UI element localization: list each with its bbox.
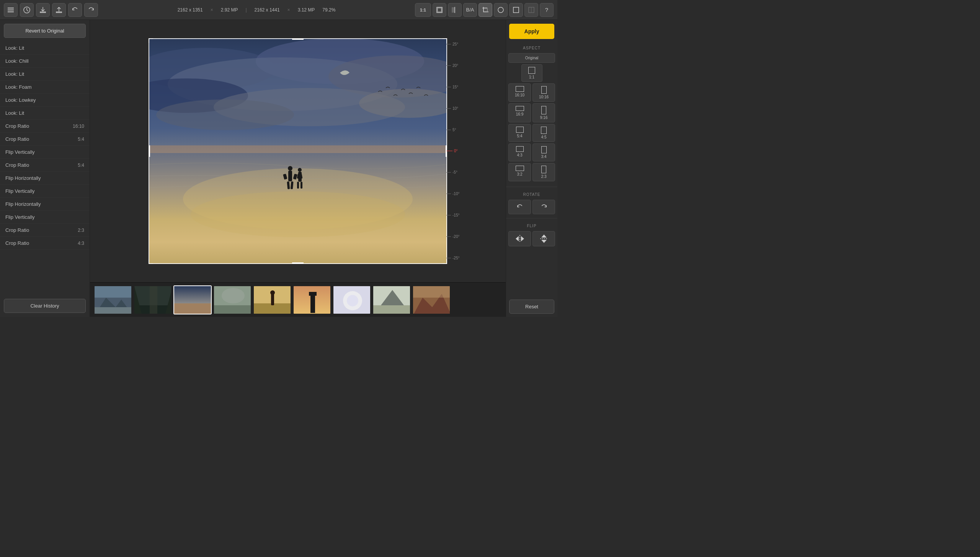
clear-history-button[interactable]: Clear History [4, 299, 86, 313]
history-item-11[interactable]: Flip Vertically [0, 185, 90, 198]
help-button[interactable]: ? [540, 3, 554, 17]
filmstrip-thumb-8[interactable] [372, 285, 411, 314]
svg-point-27 [288, 166, 292, 171]
aspect-3-4-button[interactable]: 3:4 [532, 143, 555, 161]
rotate-cw-button[interactable] [532, 200, 555, 214]
aspect-9-16-label: 9:16 [540, 116, 547, 120]
aspect-5-4-button[interactable]: 5:4 [508, 124, 531, 142]
history-item-12[interactable]: Flip Horizontally [0, 198, 90, 211]
ruler-label-neg25: -25° [452, 256, 459, 260]
svg-rect-28 [288, 171, 292, 181]
toolbar: 2162 x 1351 × 2.92 MP | 2162 x 1441 × 3.… [0, 0, 557, 20]
image-info: 2162 x 1351 × 2.92 MP | 2162 x 1441 × 3.… [100, 7, 413, 13]
svg-rect-41 [95, 307, 132, 314]
history-item-label-10: Flip Horizontally [5, 175, 41, 181]
history-item-label-5: Look: Lit [5, 110, 24, 116]
ruler-tick-neg5: -5° [446, 170, 466, 174]
filmstrip-thumb-6[interactable] [293, 285, 331, 314]
rotate-title: ROTATE [508, 192, 555, 197]
compare-button[interactable] [448, 3, 462, 17]
history-item-13[interactable]: Flip Vertically [0, 211, 90, 224]
aspect-1-1-button[interactable]: 1:1 [521, 64, 542, 82]
main-image-container[interactable] [149, 38, 447, 264]
history-item-4[interactable]: Look: Lowkey [0, 94, 90, 107]
svg-marker-74 [541, 240, 547, 243]
share-button[interactable] [52, 3, 66, 17]
history-panel: Revert to Original Look: LitLook: ChillL… [0, 20, 90, 317]
filmstrip-thumb-5[interactable] [253, 285, 291, 314]
aspect-3-2-button[interactable]: 3:2 [508, 163, 531, 181]
history-item-9[interactable]: Crop Ratio5:4 [0, 159, 90, 172]
filmstrip [90, 282, 506, 317]
svg-rect-7 [455, 7, 458, 13]
apply-button[interactable]: Apply [509, 24, 554, 39]
menu-button[interactable] [4, 3, 18, 17]
svg-point-56 [270, 290, 275, 295]
aspect-16-10-button[interactable]: 16:10 [508, 83, 531, 102]
svg-rect-58 [310, 294, 315, 313]
zoom-1-1-button[interactable]: 1:1 [415, 3, 431, 17]
straighten-button[interactable] [509, 3, 523, 17]
history-item-2[interactable]: Look: Lit [0, 68, 90, 81]
rotate-ccw-button[interactable] [508, 200, 531, 214]
undo-button[interactable] [68, 3, 82, 17]
crop-tool-button[interactable] [479, 3, 492, 17]
history-item-badge-6: 16:10 [73, 124, 84, 129]
aspect-10-16-button[interactable]: 10:16 [532, 83, 555, 102]
aspect-3-4-label: 3:4 [541, 155, 547, 159]
filter-button[interactable] [524, 3, 538, 17]
history-item-1[interactable]: Look: Chill [0, 55, 90, 68]
aspect-9-16-button[interactable]: 9:16 [532, 103, 555, 122]
history-item-6[interactable]: Crop Ratio16:10 [0, 120, 90, 133]
flip-vertical-button[interactable] [532, 231, 555, 246]
fit-button[interactable] [433, 3, 446, 17]
history-item-8[interactable]: Flip Vertically [0, 146, 90, 159]
history-item-14[interactable]: Crop Ratio2:3 [0, 224, 90, 237]
canvas-area: 25° 20° 15° 10° 5° [90, 20, 506, 317]
history-item-label-3: Look: Foam [5, 84, 32, 90]
filmstrip-thumb-7[interactable] [333, 285, 371, 314]
download-button[interactable] [36, 3, 50, 17]
circle-tool-button[interactable] [494, 3, 508, 17]
aspect-1-1-label: 1:1 [529, 75, 534, 79]
history-item-15[interactable]: Crop Ratio4:3 [0, 237, 90, 250]
ruler-tick-neg15: -15° [446, 213, 466, 217]
aspect-2-3-button[interactable]: 2:3 [532, 163, 555, 181]
filmstrip-thumb-9[interactable] [412, 285, 451, 314]
reset-button[interactable]: Reset [509, 300, 554, 314]
svg-point-33 [298, 168, 302, 172]
revert-to-original-button[interactable]: Revert to Original [4, 24, 86, 38]
history-item-0[interactable]: Look: Lit [0, 42, 90, 55]
history-item-5[interactable]: Look: Lit [0, 107, 90, 120]
history-item-badge-7: 5:4 [78, 137, 84, 142]
history-item-label-14: Crop Ratio [5, 227, 29, 233]
aspect-wide-icon-4-3 [516, 146, 524, 152]
history-item-10[interactable]: Flip Horizontally [0, 172, 90, 185]
history-button[interactable] [20, 3, 34, 17]
flip-horizontal-button[interactable] [508, 231, 531, 246]
filmstrip-thumb-2[interactable] [134, 285, 172, 314]
main-area: Revert to Original Look: LitLook: ChillL… [0, 20, 557, 317]
svg-rect-11 [513, 7, 519, 13]
filmstrip-thumb-3[interactable] [173, 285, 212, 314]
aspect-5-4-label: 5:4 [517, 134, 523, 138]
aspect-16-9-button[interactable]: 16:9 [508, 103, 531, 122]
svg-rect-37 [297, 182, 299, 189]
aspect-tall-icon-9-16 [541, 106, 546, 114]
redo-button[interactable] [84, 3, 98, 17]
aspect-original-button[interactable]: Original [508, 53, 555, 63]
svg-rect-5 [438, 8, 441, 12]
info-button[interactable]: B/A [463, 3, 477, 17]
aspect-4-5-button[interactable]: 4:5 [532, 124, 555, 142]
aspect-4-3-button[interactable]: 4:3 [508, 143, 531, 161]
rotate-grid [508, 200, 555, 214]
history-item-3[interactable]: Look: Foam [0, 81, 90, 94]
filmstrip-thumb-4[interactable] [213, 285, 252, 314]
aspect-10-16-label: 10:16 [539, 95, 549, 99]
history-item-label-12: Flip Horizontally [5, 201, 41, 207]
history-item-7[interactable]: Crop Ratio5:4 [0, 133, 90, 146]
rotate-section: ROTATE [506, 189, 557, 216]
svg-rect-0 [8, 8, 14, 8]
filmstrip-thumb-1[interactable] [94, 285, 132, 314]
history-item-badge-14: 2:3 [78, 228, 84, 233]
